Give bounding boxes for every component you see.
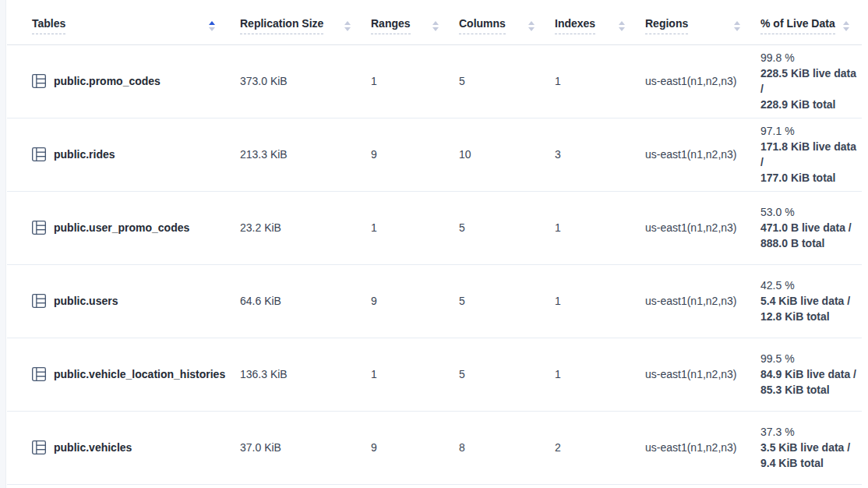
indexes-cell: 1 bbox=[547, 264, 637, 338]
regions-cell: us-east1(n1,n2,n3) bbox=[637, 44, 753, 118]
replication-size-cell: 37.0 KiB bbox=[232, 411, 363, 484]
sort-asc-icon bbox=[209, 21, 215, 31]
live-data-cell: 53.0 % 471.0 B live data / 888.0 B total bbox=[753, 191, 862, 264]
column-label-regions: Regions bbox=[645, 18, 688, 34]
column-header-ranges[interactable]: Ranges bbox=[363, 8, 451, 44]
table-row: public.rides 213.3 KiB 9 10 3 us-east1(n… bbox=[7, 118, 862, 191]
columns-cell: 8 bbox=[451, 411, 547, 484]
live-data-detail: 3.5 KiB live data / bbox=[760, 440, 862, 455]
live-data-detail: 471.0 B live data / bbox=[760, 220, 862, 235]
columns-cell: 5 bbox=[451, 44, 547, 118]
live-data-cell: 99.5 % 84.9 KiB live data / 85.3 KiB tot… bbox=[753, 338, 862, 411]
sort-icon bbox=[619, 21, 625, 31]
column-label-indexes: Indexes bbox=[555, 18, 595, 34]
indexes-cell: 2 bbox=[547, 411, 637, 484]
tables-list: Tables Replication Size Ranges Columns bbox=[7, 8, 868, 485]
table-row: public.vehicle_location_histories 136.3 … bbox=[7, 338, 862, 411]
live-percent: 99.5 % bbox=[760, 351, 862, 366]
live-percent: 99.8 % bbox=[760, 50, 862, 65]
live-percent: 97.1 % bbox=[760, 123, 862, 139]
column-label-ranges: Ranges bbox=[371, 18, 411, 34]
column-label-replication-size: Replication Size bbox=[240, 18, 323, 34]
regions-cell: us-east1(n1,n2,n3) bbox=[637, 264, 753, 338]
column-header-indexes[interactable]: Indexes bbox=[547, 8, 637, 44]
table-row: public.vehicles 37.0 KiB 9 8 2 us-east1(… bbox=[7, 411, 862, 484]
regions-cell: us-east1(n1,n2,n3) bbox=[637, 411, 753, 484]
indexes-cell: 1 bbox=[547, 191, 637, 264]
replication-size-cell: 136.3 KiB bbox=[232, 338, 363, 411]
table-grid-icon bbox=[32, 294, 46, 308]
column-header-pct-live-data[interactable]: % of Live Data bbox=[753, 8, 862, 44]
indexes-cell: 1 bbox=[547, 338, 637, 411]
ranges-cell: 9 bbox=[363, 118, 451, 191]
ranges-cell: 9 bbox=[363, 411, 451, 484]
table-row: public.user_promo_codes 23.2 KiB 1 5 1 u… bbox=[7, 191, 862, 264]
replication-size-cell: 373.0 KiB bbox=[232, 44, 363, 118]
sort-icon bbox=[344, 21, 351, 31]
replication-size-cell: 23.2 KiB bbox=[232, 191, 363, 264]
table-name-link[interactable]: public.vehicles bbox=[54, 441, 132, 454]
total-data-detail: 9.4 KiB total bbox=[760, 455, 862, 471]
live-data-detail: 84.9 KiB live data / bbox=[760, 366, 862, 382]
columns-cell: 5 bbox=[451, 191, 547, 264]
column-label-columns: Columns bbox=[459, 18, 506, 34]
column-header-replication-size[interactable]: Replication Size bbox=[232, 8, 363, 44]
database-tables-table: Tables Replication Size Ranges Columns bbox=[7, 8, 862, 485]
total-data-detail: 888.0 B total bbox=[760, 235, 862, 251]
columns-cell: 5 bbox=[451, 338, 547, 411]
total-data-detail: 228.9 KiB total bbox=[760, 97, 862, 112]
indexes-cell: 3 bbox=[547, 118, 637, 191]
table-row: public.promo_codes 373.0 KiB 1 5 1 us-ea… bbox=[7, 44, 862, 118]
columns-cell: 5 bbox=[451, 264, 547, 338]
column-header-columns[interactable]: Columns bbox=[451, 8, 547, 44]
live-data-detail: 171.8 KiB live data / bbox=[760, 139, 862, 170]
sort-icon bbox=[843, 21, 849, 31]
indexes-cell: 1 bbox=[547, 44, 637, 118]
column-label-pct-live-data: % of Live Data bbox=[760, 18, 835, 34]
replication-size-cell: 213.3 KiB bbox=[232, 118, 363, 191]
live-percent: 37.3 % bbox=[760, 424, 862, 440]
live-data-detail: 228.5 KiB live data / bbox=[760, 65, 862, 97]
total-data-detail: 12.8 KiB total bbox=[760, 309, 862, 324]
regions-cell: us-east1(n1,n2,n3) bbox=[637, 191, 753, 264]
sort-icon bbox=[432, 21, 439, 31]
sort-icon bbox=[734, 21, 740, 31]
live-data-cell: 42.5 % 5.4 KiB live data / 12.8 KiB tota… bbox=[753, 264, 862, 338]
page-left-gutter bbox=[0, 0, 6, 488]
table-grid-icon bbox=[32, 221, 46, 235]
table-header-row: Tables Replication Size Ranges Columns bbox=[7, 8, 862, 44]
replication-size-cell: 64.6 KiB bbox=[232, 264, 363, 338]
regions-cell: us-east1(n1,n2,n3) bbox=[637, 118, 753, 191]
live-data-cell: 97.1 % 171.8 KiB live data / 177.0 KiB t… bbox=[753, 118, 862, 191]
total-data-detail: 85.3 KiB total bbox=[760, 382, 862, 398]
ranges-cell: 1 bbox=[363, 338, 451, 411]
live-data-cell: 37.3 % 3.5 KiB live data / 9.4 KiB total bbox=[753, 411, 862, 484]
total-data-detail: 177.0 KiB total bbox=[760, 170, 862, 186]
ranges-cell: 9 bbox=[363, 264, 451, 338]
table-row: public.users 64.6 KiB 9 5 1 us-east1(n1,… bbox=[7, 264, 862, 338]
regions-cell: us-east1(n1,n2,n3) bbox=[637, 338, 753, 411]
columns-cell: 10 bbox=[451, 118, 547, 191]
table-name-link[interactable]: public.vehicle_location_histories bbox=[54, 368, 225, 380]
live-percent: 53.0 % bbox=[760, 204, 862, 220]
table-name-link[interactable]: public.promo_codes bbox=[54, 75, 161, 87]
table-name-link[interactable]: public.user_promo_codes bbox=[54, 221, 189, 234]
ranges-cell: 1 bbox=[363, 44, 451, 118]
live-data-detail: 5.4 KiB live data / bbox=[760, 293, 862, 309]
live-data-cell: 99.8 % 228.5 KiB live data / 228.9 KiB t… bbox=[753, 44, 862, 118]
table-grid-icon bbox=[32, 147, 46, 161]
column-header-regions[interactable]: Regions bbox=[637, 8, 753, 44]
ranges-cell: 1 bbox=[363, 191, 451, 264]
table-name-link[interactable]: public.users bbox=[54, 295, 118, 307]
column-label-tables: Tables bbox=[32, 18, 65, 34]
column-header-tables[interactable]: Tables bbox=[7, 8, 232, 44]
table-name-link[interactable]: public.rides bbox=[54, 148, 115, 161]
live-percent: 42.5 % bbox=[760, 278, 862, 293]
sort-icon bbox=[528, 21, 535, 31]
table-grid-icon bbox=[32, 74, 46, 88]
table-grid-icon bbox=[32, 367, 46, 381]
table-grid-icon bbox=[32, 440, 46, 454]
